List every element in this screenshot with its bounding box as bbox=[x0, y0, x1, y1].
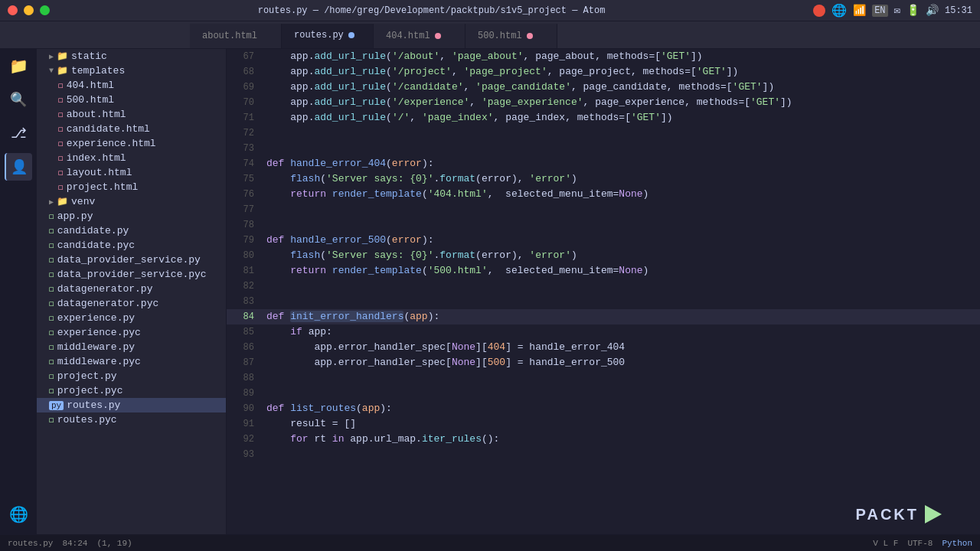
line-num-75: 75 bbox=[227, 171, 263, 187]
sidebar: ▶ 📁 static ▼ 📁 templates ◻ 404.html ◻ 50… bbox=[37, 49, 227, 534]
window-title: routes.py — /home/greg/Development/packt… bbox=[50, 5, 813, 16]
sidebar-item-experiencepyc[interactable]: ◻ experience.pyc bbox=[37, 325, 226, 340]
line-content-72 bbox=[263, 126, 980, 141]
line-num-73: 73 bbox=[227, 141, 263, 156]
line-content-75: flash('Server says: {0}'.format(error), … bbox=[263, 171, 980, 187]
sidebar-label-dataprovider2: data_provider_service.pyc bbox=[57, 269, 207, 280]
code-line-79: 79 def handle_error_500(error): bbox=[227, 233, 980, 248]
tab-routes[interactable]: routes.py bbox=[282, 24, 374, 48]
file-icon-html2: ◻ bbox=[58, 95, 64, 105]
line-content-82 bbox=[263, 279, 980, 294]
tab-about[interactable]: about.html bbox=[190, 24, 282, 48]
code-line-80: 80 flash('Server says: {0}'.format(error… bbox=[227, 248, 980, 263]
line-num-89: 89 bbox=[227, 386, 263, 401]
sidebar-item-projecthtml[interactable]: ◻ project.html bbox=[37, 180, 226, 194]
code-line-78: 78 bbox=[227, 217, 980, 233]
sidebar-item-dataprovider1[interactable]: ◻ data_provider_service.py bbox=[37, 253, 226, 267]
sidebar-item-static[interactable]: ▶ 📁 static bbox=[37, 49, 226, 64]
statusbar-left: routes.py 84:24 (1, 19) bbox=[8, 539, 132, 548]
sidebar-item-projectpyc[interactable]: ◻ project.pyc bbox=[37, 383, 226, 398]
folder-icon: 📁 bbox=[57, 51, 68, 62]
line-num-76: 76 bbox=[227, 187, 263, 202]
line-content-76: return render_template('404.html', selec… bbox=[263, 187, 980, 202]
line-num-90: 90 bbox=[227, 401, 263, 416]
code-editor[interactable]: 67 app.add_url_rule('/about', 'page_abou… bbox=[227, 49, 980, 534]
sidebar-item-middlewarepy[interactable]: ◻ middleware.py bbox=[37, 340, 226, 354]
sidebar-label-middlewarepyc: middleware.pyc bbox=[57, 356, 141, 367]
sidebar-item-abouthtml[interactable]: ◻ about.html bbox=[37, 107, 226, 122]
sidebar-item-experiencehtml[interactable]: ◻ experience.html bbox=[37, 136, 226, 151]
sidebar-item-candidatepyc[interactable]: ◻ candidate.pyc bbox=[37, 238, 226, 253]
sidebar-item-404html[interactable]: ◻ 404.html bbox=[37, 78, 226, 93]
chrome-icon: 🌐 bbox=[831, 3, 847, 18]
sidebar-item-routespyc[interactable]: ◻ routes.pyc bbox=[37, 412, 226, 427]
chevron-right-icon: ▶ bbox=[49, 52, 54, 61]
sidebar-item-indexhtml[interactable]: ◻ index.html bbox=[37, 151, 226, 165]
file-icon-experience: ◻ bbox=[58, 139, 64, 148]
file-icon-prj2: ◻ bbox=[49, 386, 54, 396]
code-line-86: 86 app.error_handler_spec[None][404] = h… bbox=[227, 340, 980, 355]
sidebar-label-indexhtml: index.html bbox=[67, 152, 126, 164]
sidebar-item-layouthtml[interactable]: ◻ layout.html bbox=[37, 165, 226, 180]
code-line-85: 85 if app: bbox=[227, 324, 980, 340]
file-icon-candidatepyc: ◻ bbox=[49, 240, 54, 250]
packt-text: PACKT bbox=[856, 506, 919, 523]
line-num-78: 78 bbox=[227, 217, 263, 233]
sidebar-item-middlewarepyc[interactable]: ◻ middleware.pyc bbox=[37, 354, 226, 369]
line-num-85: 85 bbox=[227, 324, 263, 340]
statusbar-encoding-label: UTF-8 bbox=[907, 539, 933, 548]
line-num-87: 87 bbox=[227, 355, 263, 370]
code-line-69: 69 app.add_url_rule('/candidate', 'page_… bbox=[227, 80, 980, 95]
sidebar-label-candidatepy: candidate.py bbox=[57, 225, 129, 236]
line-content-71: app.add_url_rule('/', 'page_index', page… bbox=[263, 110, 980, 126]
sidebar-label-routespy: routes.py bbox=[67, 399, 120, 411]
line-content-81: return render_template('500.html', selec… bbox=[263, 263, 980, 279]
activity-bar: 📁 🔍 ⎇ 👤 🌐 bbox=[0, 49, 37, 534]
tab-500[interactable]: 500.html bbox=[466, 24, 557, 48]
sidebar-label-datageneratorpyc: datagenerator.pyc bbox=[57, 298, 159, 309]
file-icon-project: ◻ bbox=[58, 182, 64, 192]
sidebar-label-experiencepyc: experience.pyc bbox=[57, 327, 141, 338]
sidebar-item-routespy[interactable]: py routes.py bbox=[37, 398, 226, 412]
window-controls[interactable] bbox=[8, 5, 50, 15]
sidebar-item-venv[interactable]: ▶ 📁 venv bbox=[37, 194, 226, 209]
activity-git[interactable]: ⎇ bbox=[5, 119, 32, 147]
activity-search[interactable]: 🔍 bbox=[5, 86, 32, 113]
minimize-button[interactable] bbox=[24, 5, 34, 15]
activity-settings[interactable]: 🌐 bbox=[5, 500, 32, 528]
code-line-67: 67 app.add_url_rule('/about', 'page_abou… bbox=[227, 49, 980, 64]
file-icon-routes: py bbox=[49, 401, 64, 410]
sidebar-item-candidatehtml[interactable]: ◻ candidate.html bbox=[37, 122, 226, 136]
sidebar-label-templates: templates bbox=[71, 65, 125, 77]
tab-about-label: about.html bbox=[202, 31, 257, 41]
line-num-72: 72 bbox=[227, 126, 263, 141]
line-content-83 bbox=[263, 294, 980, 309]
sidebar-item-apppy[interactable]: ◻ app.py bbox=[37, 209, 226, 223]
line-content-85: if app: bbox=[263, 324, 980, 340]
sidebar-label-apppy: app.py bbox=[57, 210, 93, 222]
activity-avatar[interactable]: 👤 bbox=[5, 153, 32, 181]
sidebar-item-experiencepy[interactable]: ◻ experience.py bbox=[37, 311, 226, 325]
sidebar-label-venv: venv bbox=[71, 196, 95, 207]
file-icon-exp1: ◻ bbox=[49, 313, 54, 323]
sidebar-item-templates[interactable]: ▼ 📁 templates bbox=[37, 64, 226, 78]
tab-404-label: 404.html bbox=[386, 31, 430, 41]
titlebar-right: 🌐 📶 EN ✉ 🔋 🔊 15:31 bbox=[813, 3, 972, 18]
sidebar-item-500html[interactable]: ◻ 500.html bbox=[37, 93, 226, 107]
line-num-86: 86 bbox=[227, 340, 263, 355]
line-content-77 bbox=[263, 202, 980, 217]
code-line-70: 70 app.add_url_rule('/experience', 'page… bbox=[227, 95, 980, 110]
activity-files[interactable]: 📁 bbox=[5, 52, 32, 80]
line-content-89 bbox=[263, 386, 980, 401]
sidebar-item-dataprovider2[interactable]: ◻ data_provider_service.pyc bbox=[37, 267, 226, 282]
sidebar-item-candidatepy[interactable]: ◻ candidate.py bbox=[37, 223, 226, 238]
close-button[interactable] bbox=[8, 5, 18, 15]
code-line-76: 76 return render_template('404.html', se… bbox=[227, 187, 980, 202]
code-line-75: 75 flash('Server says: {0}'.format(error… bbox=[227, 171, 980, 187]
sidebar-item-datageneratorpyc[interactable]: ◻ datagenerator.pyc bbox=[37, 296, 226, 311]
sidebar-item-datageneratorpy[interactable]: ◻ datagenerator.py bbox=[37, 282, 226, 296]
sidebar-item-projectpy[interactable]: ◻ project.py bbox=[37, 369, 226, 383]
maximize-button[interactable] bbox=[40, 5, 50, 15]
code-line-91: 91 result = [] bbox=[227, 416, 980, 432]
tab-404[interactable]: 404.html bbox=[374, 24, 466, 48]
